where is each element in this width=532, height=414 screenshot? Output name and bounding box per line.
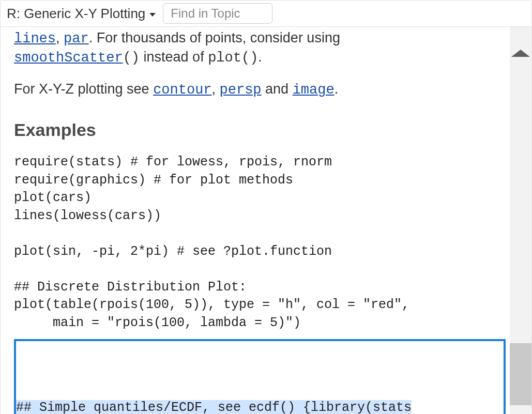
scroll-up-icon[interactable] — [511, 50, 530, 57]
scrollbar-thumb[interactable] — [510, 343, 531, 405]
xyz-paragraph: For X-Y-Z plotting see contour, persp an… — [14, 80, 506, 99]
scrollbar-track[interactable] — [510, 27, 531, 414]
page-title: R: Generic X-Y Plotting — [7, 6, 145, 22]
examples-heading: Examples — [14, 119, 506, 142]
link-persp[interactable]: persp — [220, 82, 262, 98]
link-par[interactable]: par — [64, 31, 89, 47]
link-smoothscatter[interactable]: smoothScatter — [14, 50, 123, 66]
topbar: R: Generic X-Y Plotting — [0, 0, 532, 27]
find-in-topic-input[interactable] — [163, 3, 272, 24]
selected-code-block: ## Simple quantiles/ECDF, see ecdf() {li… — [14, 339, 506, 414]
link-lines[interactable]: lines — [14, 31, 56, 47]
help-viewport: lines, par. For thousands of points, con… — [0, 27, 532, 414]
intro-line-2: smoothScatter() instead of plot(). — [14, 48, 506, 67]
caret-down-icon — [149, 13, 156, 17]
link-image[interactable]: image — [293, 82, 335, 98]
selected-line-1: ## Simple quantiles/ECDF, see ecdf() {li… — [16, 400, 412, 414]
help-content: lines, par. For thousands of points, con… — [1, 27, 510, 414]
link-contour[interactable]: contour — [153, 82, 211, 98]
intro-line-1: lines, par. For thousands of points, con… — [14, 29, 506, 48]
code-example-main: require(stats) # for lowess, rpois, rnor… — [14, 154, 506, 332]
page-title-dropdown[interactable]: R: Generic X-Y Plotting — [5, 6, 156, 22]
